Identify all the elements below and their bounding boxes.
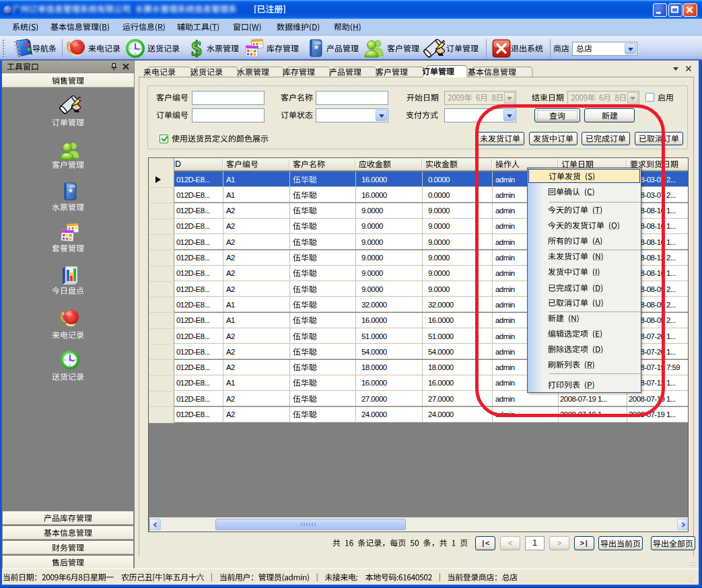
svg-text:$: $ [191,38,202,59]
